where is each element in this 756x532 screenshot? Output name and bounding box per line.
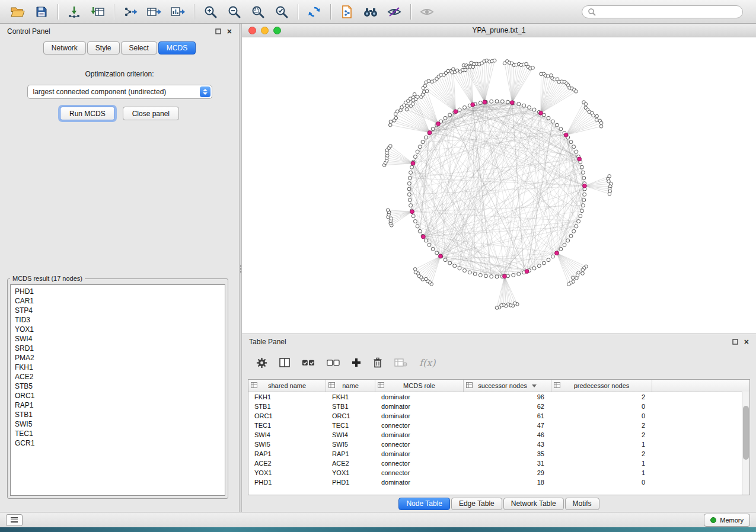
result-item[interactable]: CAR1: [15, 296, 221, 306]
scrollbar-thumb[interactable]: [743, 406, 749, 459]
column-header-successor-nodes[interactable]: successor nodes: [464, 380, 551, 392]
table-row[interactable]: SWI5SWI5connector431: [248, 440, 749, 449]
show-column-button[interactable]: [279, 358, 290, 367]
result-item[interactable]: STP4: [15, 306, 221, 315]
import-table-icon: [91, 6, 105, 18]
column-header-predecessor-nodes[interactable]: predecessor nodes: [551, 380, 652, 392]
network-window-titlebar[interactable]: YPA_prune.txt_1: [242, 24, 756, 37]
column-header-mcds-role[interactable]: MCDS role: [375, 380, 464, 392]
tab-mcds[interactable]: MCDS: [158, 41, 196, 55]
column-header-name[interactable]: name: [326, 380, 375, 392]
trash-icon: [373, 357, 382, 368]
tab-node-table[interactable]: Node Table: [398, 498, 450, 510]
table-settings-button[interactable]: [256, 357, 267, 368]
table-cell: 62: [464, 403, 551, 410]
float-panel-icon[interactable]: [215, 28, 221, 34]
hide-selected-button[interactable]: [382, 2, 406, 21]
result-item[interactable]: ACE2: [15, 372, 221, 382]
import-network-button[interactable]: [62, 2, 86, 21]
result-item[interactable]: FKH1: [15, 363, 221, 372]
plus-icon: [352, 358, 361, 367]
result-item[interactable]: STB5: [15, 382, 221, 391]
table-row[interactable]: YOX1YOX1connector291: [248, 468, 749, 477]
deselect-all-button[interactable]: [327, 360, 340, 366]
result-item[interactable]: TEC1: [15, 429, 221, 438]
table-panel-title: Table Panel: [249, 338, 286, 346]
zoom-fit-button[interactable]: [246, 2, 270, 21]
float-panel-icon[interactable]: [732, 339, 738, 345]
open-file-button[interactable]: [6, 2, 30, 21]
close-panel-button[interactable]: Close panel: [123, 107, 179, 120]
mcds-result-list[interactable]: PHD1CAR1STP4TID3YOX1SWI4SRD1PMA2FKH1ACE2…: [10, 284, 225, 496]
create-column-button[interactable]: [352, 358, 361, 367]
column-sort-icon: [251, 382, 257, 388]
close-panel-icon[interactable]: ×: [744, 339, 749, 345]
result-item[interactable]: PHD1: [15, 287, 221, 296]
export-network-button[interactable]: [119, 2, 142, 21]
result-item[interactable]: STB1: [15, 410, 221, 419]
table-cell: 0: [551, 412, 652, 419]
refresh-layout-button[interactable]: [302, 2, 326, 21]
table-row[interactable]: TEC1TEC1connector472: [248, 421, 749, 430]
result-item[interactable]: SWI4: [15, 334, 221, 344]
tab-select[interactable]: Select: [121, 41, 157, 55]
export-image-icon: [171, 6, 185, 18]
zoom-selected-button[interactable]: [270, 2, 294, 21]
table-cell: 46: [464, 431, 551, 438]
table-cell: SWI5: [326, 441, 375, 448]
find-button[interactable]: [359, 2, 382, 21]
table-cell: FKH1: [248, 393, 326, 400]
table-cell: connector: [375, 469, 464, 476]
table-row[interactable]: FKH1FKH1dominator962: [248, 392, 749, 402]
table-scrollbar[interactable]: [742, 392, 749, 495]
result-item[interactable]: GCR1: [15, 438, 221, 448]
delete-table-button[interactable]: [394, 358, 407, 367]
function-builder-button[interactable]: f(x): [419, 357, 435, 368]
memory-button[interactable]: Memory: [704, 514, 750, 527]
splitter-grip-icon: [240, 265, 241, 274]
table-row[interactable]: RAP1RAP1dominator352: [248, 449, 749, 459]
table-cell: SWI4: [248, 431, 326, 438]
tab-edge-table[interactable]: Edge Table: [451, 498, 502, 510]
table-row[interactable]: PHD1PHD1dominator180: [248, 477, 749, 487]
zoom-in-button[interactable]: [199, 2, 222, 21]
tab-network-table[interactable]: Network Table: [503, 498, 564, 510]
delete-column-button[interactable]: [373, 357, 382, 368]
result-item[interactable]: TID3: [15, 315, 221, 325]
network-canvas[interactable]: [242, 37, 756, 334]
result-item[interactable]: SWI5: [15, 419, 221, 429]
search-input[interactable]: [599, 7, 737, 17]
unchecked-boxes-icon: [327, 360, 340, 366]
show-hidden-button[interactable]: [415, 2, 439, 21]
clone-network-button[interactable]: [335, 2, 359, 21]
task-history-button[interactable]: [6, 514, 23, 526]
table-row[interactable]: ORC1ORC1dominator610: [248, 411, 749, 421]
table-row[interactable]: ACE2ACE2connector311: [248, 459, 749, 468]
search-field[interactable]: [582, 5, 743, 18]
select-all-button[interactable]: [302, 360, 315, 366]
result-item[interactable]: ORC1: [15, 391, 221, 400]
result-item[interactable]: SRD1: [15, 344, 221, 353]
table-row[interactable]: STB1STB1dominator620: [248, 402, 749, 411]
list-icon: [11, 517, 18, 518]
export-image-button[interactable]: [166, 2, 190, 21]
result-item[interactable]: RAP1: [15, 400, 221, 410]
result-item[interactable]: YOX1: [15, 325, 221, 334]
import-table-button[interactable]: [86, 2, 110, 21]
tab-motifs[interactable]: Motifs: [565, 498, 599, 510]
save-button[interactable]: [30, 2, 53, 21]
tab-network[interactable]: Network: [43, 41, 86, 55]
table-row[interactable]: SWI4SWI4dominator462: [248, 430, 749, 440]
network-window-title: YPA_prune.txt_1: [242, 26, 756, 34]
export-table-button[interactable]: [142, 2, 166, 21]
close-panel-icon[interactable]: ×: [227, 28, 232, 34]
table-cell: 61: [464, 412, 551, 419]
run-mcds-button[interactable]: Run MCDS: [60, 107, 115, 120]
criterion-select[interactable]: largest connected component (undirected): [27, 85, 212, 99]
result-item[interactable]: PMA2: [15, 353, 221, 363]
table-cell: 43: [464, 441, 551, 448]
column-header-shared-name[interactable]: shared name: [248, 380, 326, 392]
eye-slash-icon: [387, 7, 401, 17]
zoom-out-button[interactable]: [222, 2, 246, 21]
tab-style[interactable]: Style: [87, 41, 120, 55]
